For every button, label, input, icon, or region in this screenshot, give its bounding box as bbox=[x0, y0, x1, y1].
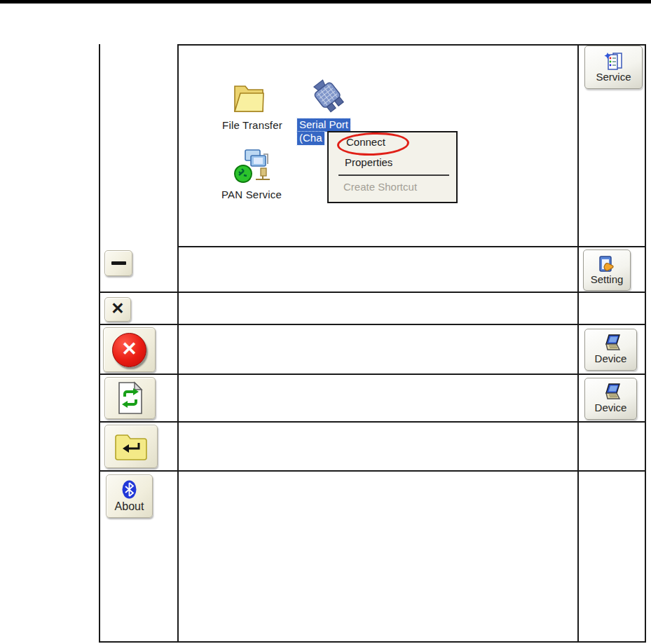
device-laptop-icon bbox=[601, 334, 622, 352]
table-border-col2 bbox=[177, 44, 179, 643]
service-button[interactable]: Service bbox=[584, 46, 643, 89]
white-x-glyph: ✕ bbox=[121, 340, 137, 359]
minimize-icon bbox=[111, 261, 126, 265]
folder-icon bbox=[232, 79, 266, 116]
setting-button[interactable]: Setting bbox=[583, 249, 631, 291]
table-border-left bbox=[99, 44, 100, 643]
pan-network-icon bbox=[233, 149, 270, 185]
device-button-1[interactable]: Device bbox=[584, 329, 637, 371]
service-label: Service bbox=[596, 71, 631, 83]
serial-port-icon[interactable] bbox=[310, 77, 347, 116]
about-label: About bbox=[115, 500, 144, 513]
serial-connector-icon bbox=[310, 77, 347, 116]
table-row-line-6 bbox=[99, 470, 646, 472]
red-annotation-circle bbox=[336, 131, 409, 157]
about-button[interactable]: About bbox=[106, 474, 153, 518]
serial-port-label-line1: Serial Port bbox=[297, 118, 350, 132]
pan-service-icon[interactable] bbox=[233, 149, 270, 185]
minimize-button[interactable] bbox=[104, 250, 132, 276]
red-x-circle-icon: ✕ bbox=[112, 333, 146, 367]
table-row-line-2 bbox=[99, 292, 646, 293]
serial-port-label-line2: (Cha bbox=[297, 132, 324, 145]
close-button[interactable]: ✕ bbox=[104, 297, 131, 322]
table-border-right bbox=[645, 44, 646, 643]
table-row-line-1 bbox=[177, 246, 646, 247]
refresh-document-icon bbox=[116, 381, 144, 415]
service-list-icon bbox=[604, 52, 624, 71]
refresh-button[interactable] bbox=[104, 377, 156, 419]
table-row-line-3 bbox=[99, 324, 646, 325]
device-laptop-icon bbox=[601, 383, 622, 402]
context-menu: Connect Properties Create Shortcut bbox=[327, 131, 458, 203]
bluetooth-icon bbox=[122, 480, 137, 499]
explore-button[interactable] bbox=[104, 425, 158, 468]
menu-separator bbox=[338, 174, 449, 176]
table-border-top bbox=[177, 44, 646, 46]
table-border-bottom bbox=[99, 641, 646, 643]
device-button-2[interactable]: Device bbox=[584, 378, 637, 420]
file-transfer-icon[interactable] bbox=[232, 79, 266, 116]
setting-hand-icon bbox=[598, 255, 616, 273]
menu-item-create-shortcut: Create Shortcut bbox=[343, 181, 417, 193]
page-header-rule bbox=[0, 0, 651, 4]
manual-page: File Transfer Serial Port (Cha bbox=[0, 0, 651, 644]
table-row-line-5 bbox=[99, 421, 646, 423]
table-border-col3 bbox=[577, 44, 579, 643]
setting-label: Setting bbox=[591, 274, 624, 286]
folder-return-icon bbox=[114, 432, 149, 461]
file-transfer-label: File Transfer bbox=[210, 119, 294, 131]
device-label-2: Device bbox=[595, 402, 627, 414]
close-icon: ✕ bbox=[111, 301, 124, 317]
disconnect-button[interactable]: ✕ bbox=[103, 327, 156, 372]
pan-service-label: PAN Service bbox=[210, 189, 294, 200]
menu-item-properties[interactable]: Properties bbox=[345, 156, 392, 168]
device-label-1: Device bbox=[595, 353, 627, 365]
table-row-line-4 bbox=[99, 374, 646, 375]
